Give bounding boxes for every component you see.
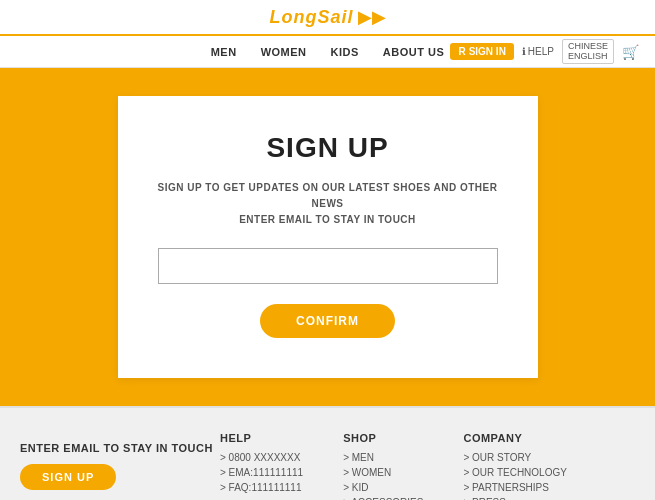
- footer-columns: HELP > 0800 XXXXXXX > EMA:111111111 > FA…: [220, 432, 635, 500]
- main-content-area: SIGN UP SIGN UP TO GET UPDATES ON OUR LA…: [0, 68, 655, 406]
- footer: ENTER EMAIL TO STAY IN TOUCH SIGN UP HEL…: [0, 406, 655, 500]
- footer-help-title: HELP: [220, 432, 303, 444]
- nav-women[interactable]: WOMEN: [261, 42, 307, 62]
- footer-shop-title: SHOP: [343, 432, 423, 444]
- list-item[interactable]: > OUR TECHNOLOGY: [463, 467, 566, 478]
- nav-about-us[interactable]: ABOUT US: [383, 42, 444, 62]
- list-item[interactable]: > WOMEN: [343, 467, 423, 478]
- signup-subtitle: SIGN UP TO GET UPDATES ON OUR LATEST SHO…: [158, 180, 498, 228]
- email-input[interactable]: [158, 248, 498, 284]
- nav-men[interactable]: MEN: [211, 42, 237, 62]
- confirm-button[interactable]: CONFIRM: [260, 304, 395, 338]
- footer-signup-button[interactable]: SIGN UP: [20, 464, 116, 490]
- signup-subtitle-line2: ENTER EMAIL TO STAY IN TOUCH: [158, 212, 498, 228]
- list-item[interactable]: > KID: [343, 482, 423, 493]
- list-item[interactable]: > FAQ:111111111: [220, 482, 303, 493]
- footer-column-shop: SHOP > MEN > WOMEN > KID > ACCESSORIES >…: [343, 432, 423, 500]
- list-item[interactable]: > EMA:111111111: [220, 467, 303, 478]
- footer-shop-list: > MEN > WOMEN > KID > ACCESSORIES > GIFT…: [343, 452, 423, 500]
- logo-text: LongSail: [270, 7, 354, 28]
- footer-column-company: COMPANY > OUR STORY > OUR TECHNOLOGY > P…: [463, 432, 566, 500]
- sign-in-icon: R: [458, 46, 465, 57]
- language-button[interactable]: CHINESE ENGLISH: [562, 39, 614, 65]
- footer-company-list: > OUR STORY > OUR TECHNOLOGY > PARTNERSH…: [463, 452, 566, 500]
- header: LongSail ▶▶: [0, 0, 655, 36]
- nav-links: MEN WOMEN KIDS ABOUT US: [211, 42, 445, 62]
- signup-card: SIGN UP SIGN UP TO GET UPDATES ON OUR LA…: [118, 96, 538, 378]
- footer-column-help: HELP > 0800 XXXXXXX > EMA:111111111 > FA…: [220, 432, 303, 500]
- logo: LongSail ▶▶: [270, 6, 386, 28]
- list-item[interactable]: > PARTNERSHIPS: [463, 482, 566, 493]
- footer-brand: ENTER EMAIL TO STAY IN TOUCH SIGN UP: [20, 432, 220, 500]
- list-item[interactable]: > MEN: [343, 452, 423, 463]
- signup-title: SIGN UP: [158, 132, 498, 164]
- nav-right-controls: R SIGN IN ℹ HELP CHINESE ENGLISH 🛒: [450, 39, 639, 65]
- sign-in-button[interactable]: R SIGN IN: [450, 43, 513, 60]
- footer-help-list: > 0800 XXXXXXX > EMA:111111111 > FAQ:111…: [220, 452, 303, 493]
- list-item[interactable]: > OUR STORY: [463, 452, 566, 463]
- nav-kids[interactable]: KIDS: [331, 42, 359, 62]
- cart-icon[interactable]: 🛒: [622, 44, 639, 60]
- help-icon: ℹ: [522, 46, 526, 57]
- signup-subtitle-line1: SIGN UP TO GET UPDATES ON OUR LATEST SHO…: [158, 180, 498, 212]
- navigation: MEN WOMEN KIDS ABOUT US R SIGN IN ℹ HELP…: [0, 36, 655, 68]
- logo-arrow-icon: ▶▶: [358, 6, 386, 28]
- footer-company-title: COMPANY: [463, 432, 566, 444]
- help-link[interactable]: ℹ HELP: [522, 46, 554, 57]
- list-item[interactable]: > 0800 XXXXXXX: [220, 452, 303, 463]
- footer-brand-text: ENTER EMAIL TO STAY IN TOUCH: [20, 442, 220, 454]
